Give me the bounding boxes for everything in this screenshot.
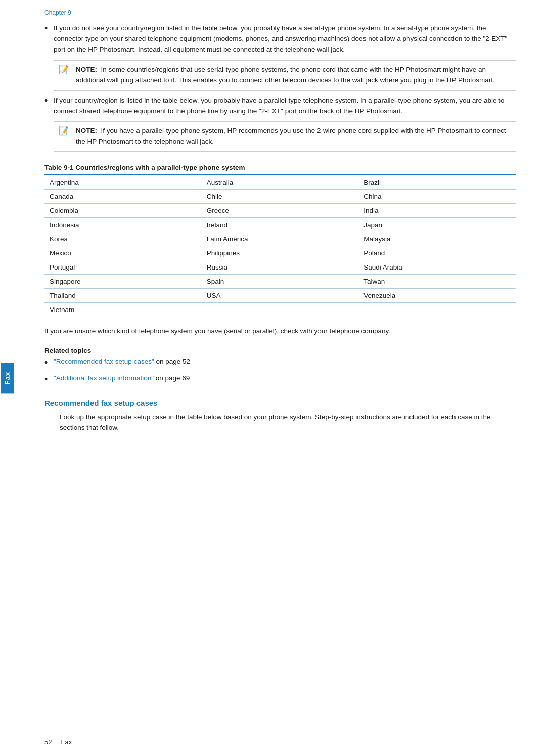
- check-text: If you are unsure which kind of telephon…: [44, 326, 516, 337]
- table-row: SingaporeSpainTaiwan: [44, 275, 516, 289]
- table-row: Vietnam: [44, 303, 516, 317]
- table-row: IndonesiaIrelandJapan: [44, 218, 516, 232]
- sidebar-tab-label: Fax: [1, 363, 14, 393]
- table-cell: Venezuela: [358, 289, 516, 303]
- table-cell: Thailand: [44, 289, 202, 303]
- table-cell: Korea: [44, 232, 202, 246]
- table-cell: Japan: [358, 218, 516, 232]
- table-cell: Poland: [358, 246, 516, 260]
- page-number: 52: [44, 738, 52, 746]
- table-cell: Ireland: [202, 218, 359, 232]
- table-cell: India: [358, 204, 516, 218]
- table-row: CanadaChileChina: [44, 190, 516, 204]
- table-row: ThailandUSAVenezuela: [44, 289, 516, 303]
- table-cell: Australia: [202, 175, 359, 190]
- sidebar-tab: Fax: [0, 0, 14, 756]
- related-link-item-2: • "Additional fax setup information" on …: [44, 374, 516, 386]
- section-heading: Recommended fax setup cases: [44, 398, 516, 407]
- note-content-2: If you have a parallel-type phone system…: [76, 127, 506, 145]
- bullet-text-1: If you do not see your country/region li…: [54, 23, 516, 55]
- table-cell: [202, 303, 359, 317]
- footer-label: Fax: [61, 738, 72, 746]
- countries-table: ArgentinaAustraliaBrazilCanadaChileChina…: [44, 174, 516, 317]
- table-cell: USA: [202, 289, 359, 303]
- table-cell: Greece: [202, 204, 359, 218]
- table-row: ColombiaGreeceIndia: [44, 204, 516, 218]
- bullet-dot-1: •: [44, 22, 54, 35]
- related-topics: Related topics • "Recommended fax setup …: [44, 347, 516, 386]
- bullet-item-2: • If your country/region is listed in th…: [44, 96, 516, 117]
- table-cell: Chile: [202, 190, 359, 204]
- table-cell: Saudi Arabia: [358, 260, 516, 275]
- bullet-item-1: • If you do not see your country/region …: [44, 23, 516, 55]
- table-cell: Colombia: [44, 204, 202, 218]
- table-section: Table 9-1 Countries/regions with a paral…: [44, 164, 516, 317]
- note-icon-2: 📝: [59, 126, 69, 136]
- section-body: Look up the appropriate setup case in th…: [44, 412, 516, 433]
- related-link-item-1: • "Recommended fax setup cases" on page …: [44, 358, 516, 369]
- table-cell: Canada: [44, 190, 202, 204]
- note-text-1: NOTE: In some countries/regions that use…: [76, 66, 495, 84]
- table-row: MexicoPhilippinesPoland: [44, 246, 516, 260]
- table-cell: Portugal: [44, 260, 202, 275]
- page-container: Fax Chapter 9 • If you do not see your c…: [0, 0, 546, 756]
- table-cell: Brazil: [358, 175, 516, 190]
- note-text-2: NOTE: If you have a parallel-type phone …: [76, 127, 506, 145]
- page-footer: 52 Fax: [44, 738, 72, 746]
- note-box-2: 📝 NOTE: If you have a parallel-type phon…: [54, 121, 516, 152]
- related-bullet-2: •: [44, 373, 54, 386]
- note-label-2: NOTE:: [76, 127, 97, 135]
- note-content-1: In some countries/regions that use seria…: [76, 66, 495, 84]
- table-cell: Malaysia: [358, 232, 516, 246]
- note-label-1: NOTE:: [76, 66, 97, 73]
- related-topics-heading: Related topics: [44, 347, 516, 354]
- table-row: KoreaLatin AmericaMalaysia: [44, 232, 516, 246]
- related-link-anchor-2[interactable]: "Additional fax setup information": [54, 374, 156, 382]
- table-cell: Russia: [202, 260, 359, 275]
- table-cell: Philippines: [202, 246, 359, 260]
- table-cell: China: [358, 190, 516, 204]
- table-row: ArgentinaAustraliaBrazil: [44, 175, 516, 190]
- related-bullet-1: •: [44, 357, 54, 369]
- table-cell: Spain: [202, 275, 359, 289]
- table-cell: Argentina: [44, 175, 202, 190]
- related-link-suffix-2: on page 69: [156, 374, 190, 382]
- chapter-heading: Chapter 9: [44, 9, 516, 16]
- table-cell: Taiwan: [358, 275, 516, 289]
- table-cell: Singapore: [44, 275, 202, 289]
- related-link-text-1: "Recommended fax setup cases" on page 52: [54, 358, 190, 365]
- bullet-dot-2: •: [44, 95, 54, 107]
- table-cell: Vietnam: [44, 303, 202, 317]
- table-title: Table 9-1 Countries/regions with a paral…: [44, 164, 516, 174]
- related-link-suffix-1: on page 52: [156, 358, 190, 365]
- note-icon-1: 📝: [59, 65, 69, 74]
- table-cell: [358, 303, 516, 317]
- note-box-1: 📝 NOTE: In some countries/regions that u…: [54, 60, 516, 91]
- bullet-text-2: If your country/region is listed in the …: [54, 96, 516, 117]
- table-cell: Latin America: [202, 232, 359, 246]
- related-link-label-1: "Recommended fax setup cases": [54, 358, 154, 365]
- table-cell: Mexico: [44, 246, 202, 260]
- table-cell: Indonesia: [44, 218, 202, 232]
- related-link-label-2: "Additional fax setup information": [54, 374, 154, 382]
- main-content: Chapter 9 • If you do not see your count…: [14, 0, 546, 756]
- related-link-anchor-1[interactable]: "Recommended fax setup cases": [54, 358, 156, 365]
- table-row: PortugalRussiaSaudi Arabia: [44, 260, 516, 275]
- related-link-text-2: "Additional fax setup information" on pa…: [54, 374, 190, 382]
